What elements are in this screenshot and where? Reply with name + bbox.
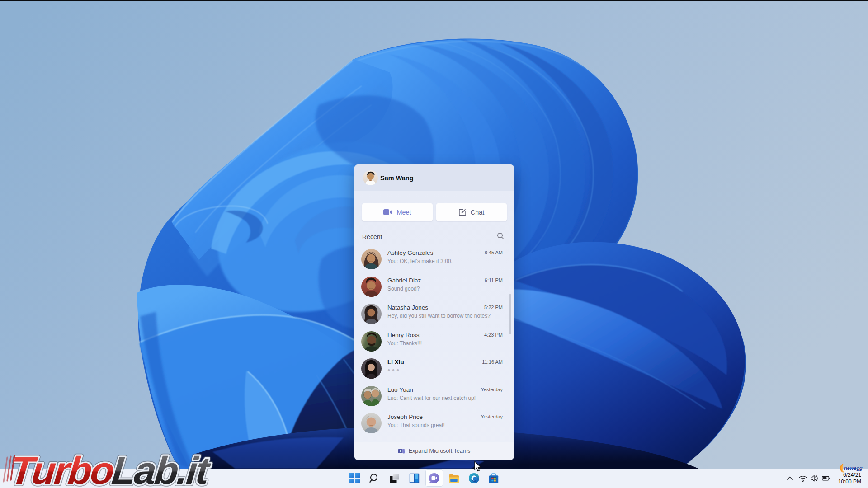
svg-text:newegg: newegg [844, 465, 863, 471]
svg-text:TurboLab.it: TurboLab.it [8, 450, 213, 488]
svg-text:T: T [399, 449, 402, 453]
